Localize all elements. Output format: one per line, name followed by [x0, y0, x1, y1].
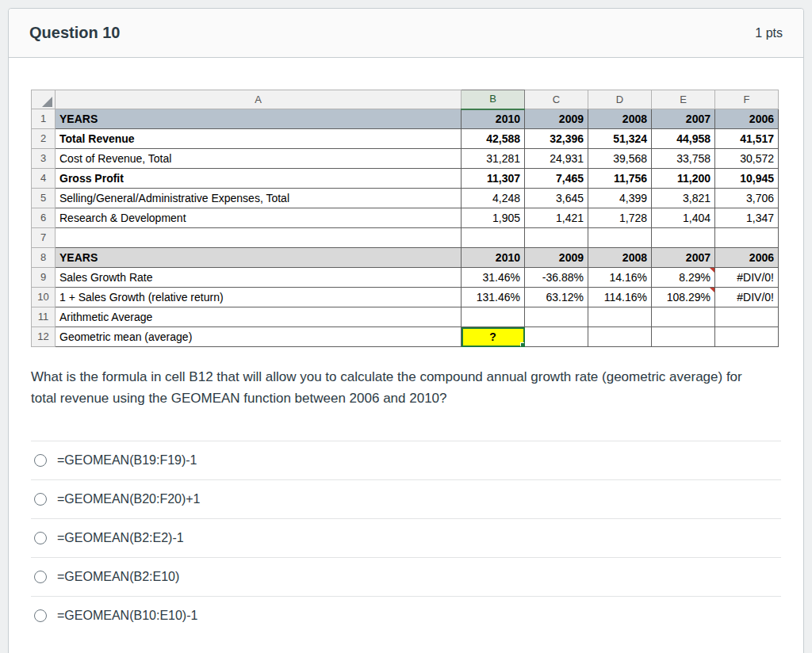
cell-C4: 7,465 [525, 169, 588, 189]
row-number: 10 [32, 288, 56, 307]
cell-C6: 1,421 [525, 208, 588, 228]
cell-E9: 8.29% [652, 268, 715, 288]
cell-C9: -36.88% [525, 268, 588, 288]
spreadsheet-image: ABCDEF 1 YEARS 20102009200820072006 2 To… [31, 90, 779, 347]
cell-F2: 41,517 [715, 129, 779, 149]
cell-B7 [462, 228, 525, 248]
cell-D7 [588, 228, 652, 248]
cell-F6: 1,347 [715, 208, 779, 228]
spreadsheet-row: 9 Sales Growth Rate 31.46%-36.88%14.16%8… [32, 268, 779, 288]
cell-E5: 3,821 [652, 189, 715, 208]
cell-B3: 31,281 [462, 149, 525, 169]
answer-option-5[interactable]: =GEOMEAN(B10:E10)-1 [31, 596, 781, 635]
spreadsheet-row: 5 Selling/General/Administrative Expense… [32, 189, 779, 208]
row-label-cell: Total Revenue [56, 129, 462, 149]
cell-D4: 11,756 [588, 169, 652, 189]
answer-option-4[interactable]: =GEOMEAN(B2:E10) [31, 557, 781, 596]
column-header-A: A [56, 90, 462, 109]
cell-E4: 11,200 [652, 169, 715, 189]
cell-D6: 1,728 [588, 208, 652, 228]
radio-button-icon[interactable] [34, 571, 47, 583]
row-number: 12 [32, 327, 56, 347]
spreadsheet-row: 3 Cost of Revenue, Total 31,28124,93139,… [32, 149, 779, 169]
row-label-cell: Selling/General/Administrative Expenses,… [56, 189, 462, 208]
radio-button-icon[interactable] [34, 493, 47, 506]
row-label-cell [56, 228, 462, 248]
spreadsheet-row: 12 Geometric mean (average) ? [32, 327, 779, 347]
cell-E3: 33,758 [652, 149, 715, 169]
radio-button-icon[interactable] [34, 609, 47, 622]
row-number: 8 [32, 248, 56, 268]
cell-B12: ? [462, 327, 525, 347]
cell-D2: 51,324 [588, 129, 652, 149]
cell-C1: 2009 [525, 109, 588, 129]
cell-F5: 3,706 [715, 189, 779, 208]
cell-B11 [462, 307, 525, 327]
answer-option-1[interactable]: =GEOMEAN(B19:F19)-1 [31, 441, 781, 479]
question-body: ABCDEF 1 YEARS 20102009200820072006 2 To… [9, 58, 803, 653]
row-label-cell: Gross Profit [56, 169, 462, 189]
spreadsheet-row: 6 Research & Development 1,9051,4211,728… [32, 208, 779, 228]
cell-F12 [715, 327, 779, 347]
cell-E1: 2007 [652, 109, 715, 129]
cell-F8: 2006 [715, 248, 779, 268]
cell-D5: 4,399 [588, 189, 652, 208]
answer-option-3[interactable]: =GEOMEAN(B2:E2)-1 [31, 518, 781, 557]
answer-option-2[interactable]: =GEOMEAN(B20:F20)+1 [31, 479, 781, 518]
cell-B9: 31.46% [462, 268, 525, 288]
spreadsheet-row: 7 [32, 228, 779, 248]
cell-B1: 2010 [462, 109, 525, 129]
row-number: 6 [32, 208, 56, 228]
row-label-cell: YEARS [56, 109, 462, 129]
question-points: 1 pts [755, 26, 783, 40]
cell-B10: 131.46% [462, 288, 525, 307]
cell-D9: 14.16% [588, 268, 652, 288]
cell-B6: 1,905 [462, 208, 525, 228]
column-header-C: C [525, 90, 588, 109]
cell-B2: 42,588 [462, 129, 525, 149]
row-label-cell: YEARS [56, 248, 462, 268]
spreadsheet-row: 1 YEARS 20102009200820072006 [32, 109, 779, 129]
cell-E12 [652, 327, 715, 347]
answer-option-label: =GEOMEAN(B2:E10) [57, 570, 179, 584]
cell-D11 [588, 307, 652, 327]
select-all-corner [32, 90, 56, 109]
row-label-cell: 1 + Sales Growth (relative return) [56, 288, 462, 307]
cell-D8: 2008 [588, 248, 652, 268]
row-number: 7 [32, 228, 56, 248]
cell-E6: 1,404 [652, 208, 715, 228]
row-label-cell: Sales Growth Rate [56, 268, 462, 288]
cell-E7 [652, 228, 715, 248]
spreadsheet-row: 10 1 + Sales Growth (relative return) 13… [32, 288, 779, 307]
radio-button-icon[interactable] [34, 454, 47, 467]
answer-options: =GEOMEAN(B19:F19)-1 =GEOMEAN(B20:F20)+1 … [31, 441, 781, 635]
row-label-cell: Geometric mean (average) [56, 327, 462, 347]
cell-B5: 4,248 [462, 189, 525, 208]
answer-option-label: =GEOMEAN(B10:E10)-1 [57, 609, 197, 623]
cell-D3: 39,568 [588, 149, 652, 169]
row-label-cell: Cost of Revenue, Total [56, 149, 462, 169]
cell-C12 [525, 327, 588, 347]
column-header-D: D [588, 90, 652, 109]
cell-F10: #DIV/0! [715, 288, 779, 307]
spreadsheet-row: 4 Gross Profit 11,3077,46511,75611,20010… [32, 169, 779, 189]
cell-F7 [715, 228, 779, 248]
row-number: 11 [32, 307, 56, 327]
row-number: 3 [32, 149, 56, 169]
row-number: 2 [32, 129, 56, 149]
cell-D1: 2008 [588, 109, 652, 129]
spreadsheet-row: 2 Total Revenue 42,58832,39651,32444,958… [32, 129, 779, 149]
question-title: Question 10 [29, 24, 120, 42]
cell-F1: 2006 [715, 109, 779, 129]
question-card: Question 10 1 pts ABCDEF 1 YEARS 2010200… [8, 8, 804, 653]
radio-button-icon[interactable] [34, 532, 47, 544]
cell-E2: 44,958 [652, 129, 715, 149]
spreadsheet-row: 8 YEARS 20102009200820072006 [32, 248, 779, 268]
cell-C7 [525, 228, 588, 248]
column-header-row: ABCDEF [32, 90, 779, 109]
row-number: 9 [32, 268, 56, 288]
answer-option-label: =GEOMEAN(B19:F19)-1 [57, 453, 197, 468]
cell-D12 [588, 327, 652, 347]
cell-C8: 2009 [525, 248, 588, 268]
row-number: 4 [32, 169, 56, 189]
